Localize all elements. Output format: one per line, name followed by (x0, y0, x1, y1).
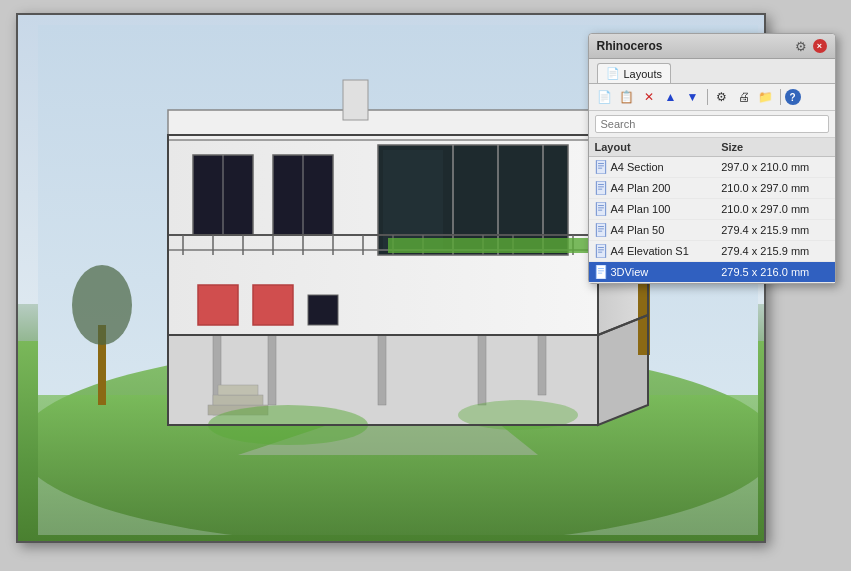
svg-rect-51 (218, 385, 258, 395)
svg-rect-72 (596, 202, 605, 216)
table-row[interactable]: A4 Elevation S1279.4 x 215.9 mm (589, 241, 835, 262)
help-button[interactable]: ? (785, 89, 801, 105)
toolbar-separator (707, 89, 708, 105)
panel-toolbar: 📄 📋 ✕ ▲ ▼ ⚙ 🖨 📁 ? (589, 84, 835, 111)
svg-rect-19 (343, 80, 368, 120)
move-down-button[interactable]: ▼ (683, 87, 703, 107)
rhinoceros-panel: Rhinoceros ⚙ × 📄 Layouts 📄 📋 ✕ ▲ ▼ ⚙ (588, 33, 836, 284)
copy-button[interactable]: 📋 (617, 87, 637, 107)
svg-rect-46 (198, 285, 238, 325)
layout-name-text: A4 Plan 50 (611, 224, 665, 236)
svg-rect-48 (308, 295, 338, 325)
new-layout-button[interactable]: 📄 (595, 87, 615, 107)
delete-button[interactable]: ✕ (639, 87, 659, 107)
layout-name-cell: A4 Plan 50 (589, 220, 716, 241)
layout-name-cell: 3DView (589, 262, 716, 283)
canvas-wrapper: Rhinoceros ⚙ × 📄 Layouts 📄 📋 ✕ ▲ ▼ ⚙ (16, 13, 836, 558)
layouts-table: Layout Size A4 Section297.0 x 210.0 mm A… (589, 138, 835, 283)
svg-rect-76 (596, 223, 605, 237)
table-header: Layout Size (589, 138, 835, 157)
search-input[interactable] (595, 115, 829, 133)
print-button[interactable]: 🖨 (734, 87, 754, 107)
table-row[interactable]: A4 Plan 50279.4 x 215.9 mm (589, 220, 835, 241)
table-row[interactable]: A4 Plan 100210.0 x 297.0 mm (589, 199, 835, 220)
svg-point-57 (72, 265, 132, 345)
layout-size-cell: 279.5 x 216.0 mm (715, 262, 834, 283)
layout-name-text: 3DView (611, 266, 649, 278)
svg-rect-84 (596, 265, 605, 279)
settings-button[interactable]: ⚙ (712, 87, 732, 107)
toolbar-separator-2 (780, 89, 781, 105)
tab-icon: 📄 (606, 67, 620, 80)
move-up-button[interactable]: ▲ (661, 87, 681, 107)
svg-rect-9 (478, 335, 486, 405)
layout-size-cell: 279.4 x 215.9 mm (715, 220, 834, 241)
layout-name-text: A4 Plan 100 (611, 203, 671, 215)
close-icon: × (817, 41, 822, 51)
panel-titlebar: Rhinoceros ⚙ × (589, 34, 835, 59)
close-button[interactable]: × (813, 39, 827, 53)
svg-rect-10 (538, 335, 546, 395)
layout-name-cell: A4 Plan 100 (589, 199, 716, 220)
svg-rect-7 (268, 335, 276, 405)
layout-name-cell: A4 Plan 200 (589, 178, 716, 199)
panel-title: Rhinoceros (597, 39, 663, 53)
svg-rect-8 (378, 335, 386, 405)
layout-size-cell: 210.0 x 297.0 mm (715, 199, 834, 220)
layout-name-text: A4 Plan 200 (611, 182, 671, 194)
svg-rect-64 (596, 160, 605, 174)
layout-name-cell: A4 Section (589, 157, 716, 178)
table-row[interactable]: A4 Section297.0 x 210.0 mm (589, 157, 835, 178)
table-row[interactable]: A4 Plan 200210.0 x 297.0 mm (589, 178, 835, 199)
folder-button[interactable]: 📁 (756, 87, 776, 107)
panel-tabs: 📄 Layouts (589, 59, 835, 84)
svg-rect-45 (388, 238, 588, 253)
svg-rect-50 (213, 395, 263, 405)
layouts-table-container: Layout Size A4 Section297.0 x 210.0 mm A… (589, 138, 835, 283)
column-size: Size (715, 138, 834, 157)
layout-name-cell: A4 Elevation S1 (589, 241, 716, 262)
layout-name-text: A4 Section (611, 161, 664, 173)
column-layout: Layout (589, 138, 716, 157)
svg-rect-68 (596, 181, 605, 195)
panel-controls: ⚙ × (795, 39, 827, 53)
layout-name-text: A4 Elevation S1 (611, 245, 689, 257)
table-row[interactable]: 3DView279.5 x 216.0 mm (589, 262, 835, 283)
gear-icon[interactable]: ⚙ (795, 39, 809, 53)
layout-size-cell: 297.0 x 210.0 mm (715, 157, 834, 178)
panel-search (589, 111, 835, 138)
layout-size-cell: 279.4 x 215.9 mm (715, 241, 834, 262)
table-body: A4 Section297.0 x 210.0 mm A4 Plan 20021… (589, 157, 835, 283)
layout-size-cell: 210.0 x 297.0 mm (715, 178, 834, 199)
layouts-tab[interactable]: 📄 Layouts (597, 63, 672, 83)
tab-label: Layouts (624, 68, 663, 80)
svg-rect-80 (596, 244, 605, 258)
svg-rect-47 (253, 285, 293, 325)
